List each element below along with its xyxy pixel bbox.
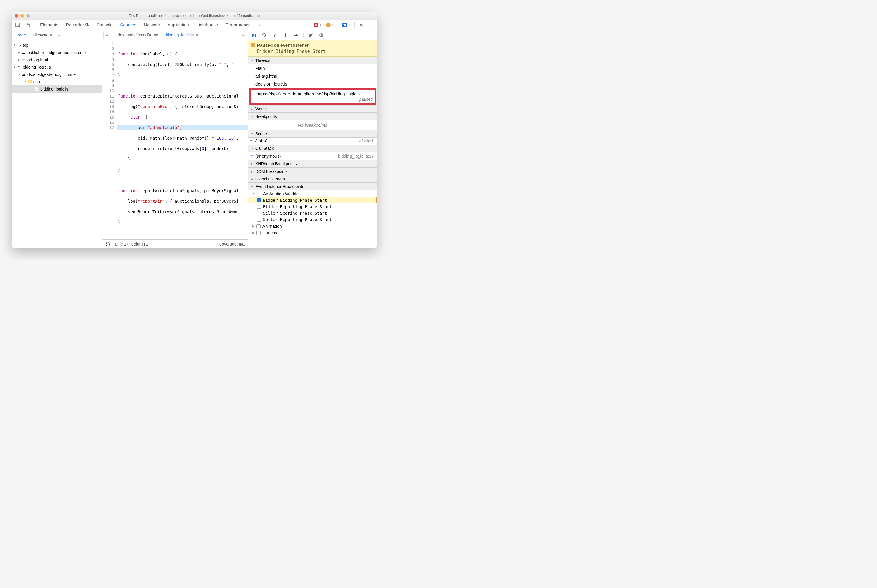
code-editor[interactable]: 1234567891011121314151617 function log(l… — [102, 40, 248, 239]
thread-main[interactable]: Main — [248, 64, 377, 72]
window-title: DevTools - publisher-fledge-demo.glitch.… — [12, 14, 377, 18]
tab-console[interactable]: Console — [93, 20, 116, 30]
errors-count: 1 — [320, 23, 322, 27]
checkbox-icon[interactable] — [257, 224, 260, 228]
inspect-icon[interactable] — [14, 21, 22, 30]
nav-tab-filesystem[interactable]: Filesystem — [30, 30, 55, 40]
pretty-print-icon[interactable]: { } — [106, 242, 110, 246]
tree-folder-dsp[interactable]: ▼📁dsp — [12, 78, 102, 85]
step-into-icon[interactable] — [272, 32, 278, 39]
tree-host-publisher[interactable]: ▶☁publisher-fledge-demo.glitch.me — [12, 49, 102, 56]
scope-global[interactable]: ▶Globalglobal — [248, 138, 377, 144]
tab-performance[interactable]: Performance — [222, 20, 254, 30]
debugger-toolbar — [248, 30, 377, 40]
event-cat-label: Animation — [262, 224, 282, 229]
file-tab-index[interactable]: index.html?fencedframe — [111, 30, 161, 40]
gears-icon: ⚙ — [17, 65, 22, 69]
thread-active-highlighted[interactable]: ➔ https://dsp-fledge-demo.glitch.me/dsp/… — [250, 88, 376, 105]
event-seller-reporting-start[interactable]: Seller Reporting Phase Start — [248, 216, 377, 223]
tree-file-bidding[interactable]: 📄bidding_logic.js — [12, 85, 102, 93]
event-bidder-bidding-start[interactable]: ✓Bidder Bidding Phase Start — [248, 197, 377, 204]
event-category-ad-auction[interactable]: ▼−Ad Auction Worklet — [248, 190, 377, 197]
file-tab-bidding[interactable]: bidding_logic.js✕ — [162, 30, 202, 40]
error-icon: ✕ — [314, 23, 319, 27]
svg-point-7 — [285, 36, 286, 38]
editor-tabs: ◀ index.html?fencedframe bidding_logic.j… — [102, 30, 248, 40]
tree-adtag[interactable]: ▶▭ad-tag.html — [12, 56, 102, 63]
tree-bidding-context[interactable]: ▼⚙bidding_logic.js — [12, 63, 102, 70]
breakpoints-header[interactable]: ▼Breakpoints — [248, 113, 377, 120]
checkbox-icon[interactable]: ✓ — [257, 198, 261, 202]
editor-statusbar: { } Line 17, Column 2 Coverage: n/a — [102, 239, 248, 248]
scope-header[interactable]: ▼Scope — [248, 130, 377, 138]
more-tabs-icon[interactable]: » — [255, 21, 263, 30]
pause-title: Paused on event listener — [257, 43, 374, 48]
close-tab-icon[interactable]: ✕ — [196, 33, 199, 38]
file-tab-bidding-label: bidding_logic.js — [165, 33, 194, 38]
tree-top[interactable]: ▼▭top — [12, 42, 102, 49]
global-listeners-header[interactable]: ▶Global Listeners — [248, 175, 377, 183]
nav-tab-page[interactable]: Page — [14, 30, 29, 40]
deactivate-breakpoints-icon[interactable] — [308, 32, 314, 39]
pause-exceptions-icon[interactable] — [318, 32, 325, 39]
code-content[interactable]: function log(label, o) { console.log(lab… — [117, 40, 248, 239]
callstack-frame[interactable]: ➔(anonymous)bidding_logic.js:17 — [248, 152, 377, 160]
tab-lighthouse[interactable]: Lighthouse — [193, 20, 221, 30]
issues-badge[interactable]: 💬1 — [341, 22, 352, 28]
tab-network[interactable]: Network — [140, 20, 163, 30]
tree-dsp-host-label: dsp-fledge-demo.glitch.me — [27, 72, 76, 77]
checkbox-icon[interactable] — [257, 231, 260, 235]
issues-icon: 💬 — [342, 23, 347, 27]
info-icon: i — [251, 43, 255, 47]
step-out-icon[interactable] — [282, 32, 289, 39]
tab-application[interactable]: Application — [164, 20, 192, 30]
xhr-label: XHR/fetch Breakpoints — [255, 162, 297, 166]
debugger-panel: i Paused on event listener Bidder Biddin… — [248, 30, 377, 248]
thread-active-label: https://dsp-fledge-demo.glitch.me/dsp/bi… — [257, 92, 373, 96]
threads-header[interactable]: ▼Threads — [248, 57, 377, 64]
tab-recorder[interactable]: Recorder ⚗ — [63, 20, 93, 30]
callstack-header[interactable]: ▼Call Stack — [248, 144, 377, 152]
settings-icon[interactable] — [357, 21, 366, 30]
event-seller-scoring-start[interactable]: Seller Scoring Phase Start — [248, 210, 377, 216]
nav-back-icon[interactable]: ◀ — [104, 32, 110, 39]
nav-kebab-icon[interactable]: ⋮ — [92, 31, 100, 40]
scope-global-value: global — [359, 139, 374, 143]
watch-header[interactable]: ▶Watch — [248, 105, 377, 113]
tree-bidding-ctx-label: bidding_logic.js — [23, 65, 51, 69]
resume-icon[interactable] — [251, 32, 257, 39]
file-tree: ▼▭top ▶☁publisher-fledge-demo.glitch.me … — [12, 40, 102, 248]
more-nav-tabs-icon[interactable]: » — [56, 31, 63, 40]
errors-badge[interactable]: ✕1 — [312, 22, 323, 28]
kebab-icon[interactable]: ⋮ — [366, 21, 375, 30]
dom-bp-header[interactable]: ▶DOM Breakpoints — [248, 168, 377, 175]
tree-host-dsp[interactable]: ▼☁dsp-fledge-demo.glitch.me — [12, 70, 102, 78]
pause-message: i Paused on event listener Bidder Biddin… — [248, 40, 377, 57]
checkbox-icon[interactable] — [257, 218, 261, 222]
event-bp-header[interactable]: ▼Event Listener Breakpoints — [248, 183, 377, 190]
xhr-header[interactable]: ▶XHR/fetch Breakpoints — [248, 160, 377, 168]
event-bp-label: Event Listener Breakpoints — [255, 184, 304, 189]
cursor-position: Line 17, Column 2 — [115, 242, 148, 246]
checkbox-icon[interactable] — [257, 205, 261, 209]
event-cat-label: Canvas — [262, 230, 277, 236]
tab-sources[interactable]: Sources — [117, 20, 140, 30]
event-category-canvas[interactable]: ▶Canvas — [248, 230, 377, 236]
thread-adtag[interactable]: ad-tag.html — [248, 72, 377, 80]
line-gutter: 1234567891011121314151617 — [102, 40, 117, 239]
issues-count: 1 — [348, 23, 350, 27]
tab-elements[interactable]: Elements — [36, 20, 62, 30]
nav-forward-icon[interactable]: ▶ — [240, 32, 247, 39]
step-over-icon[interactable] — [261, 32, 268, 39]
device-icon[interactable] — [23, 21, 32, 30]
event-category-animation[interactable]: ▶Animation — [248, 223, 377, 230]
call-loc-label: bidding_logic.js:17 — [338, 154, 374, 159]
warnings-badge[interactable]: !1 — [324, 22, 335, 28]
thread-decision[interactable]: decision_logic.js — [248, 80, 377, 88]
svg-point-5 — [263, 36, 265, 37]
step-icon[interactable] — [293, 32, 299, 39]
indeterminate-checkbox-icon[interactable]: − — [257, 192, 261, 196]
event-bidder-reporting-start[interactable]: Bidder Reporting Phase Start — [248, 204, 377, 210]
scope-label: Scope — [255, 131, 267, 136]
checkbox-icon[interactable] — [257, 211, 261, 215]
